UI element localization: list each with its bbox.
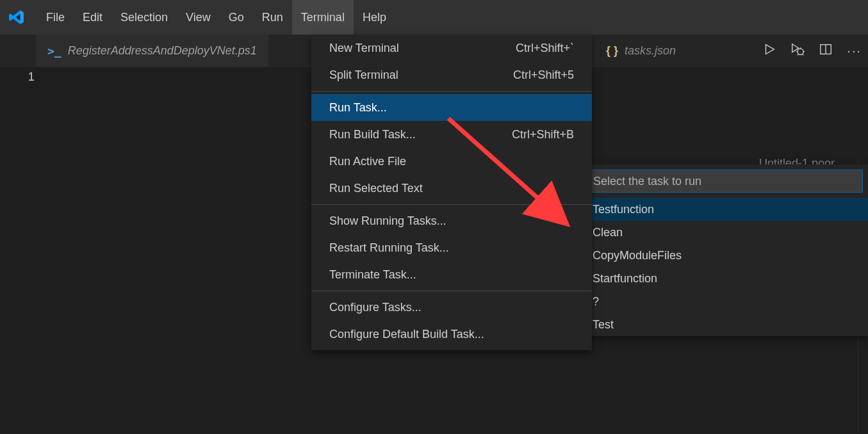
menu-bar: File Edit Selection View Go Run Terminal… — [0, 0, 868, 35]
vscode-logo-icon — [8, 8, 26, 26]
menu-separator — [311, 204, 592, 205]
menu-run-selected-text[interactable]: Run Selected Text — [311, 175, 592, 202]
tab-label: RegisterAddressAndDeployVNet.ps1 — [68, 44, 257, 58]
powershell-icon: >_ — [47, 44, 61, 58]
quickpick-item-clean[interactable]: Clean — [581, 221, 868, 244]
split-editor-icon[interactable] — [819, 42, 833, 60]
run-icon[interactable] — [762, 42, 776, 60]
line-number: 1 — [0, 67, 51, 84]
menu-help[interactable]: Help — [354, 0, 395, 35]
quickpick-input[interactable]: Select the task to run — [586, 170, 863, 193]
quickpick-placeholder: Select the task to run — [593, 175, 701, 188]
menu-configure-tasks[interactable]: Configure Tasks... — [311, 294, 592, 321]
quickpick-item-test[interactable]: Test — [581, 313, 868, 336]
terminal-menu-dropdown: New Terminal Ctrl+Shift+` Split Terminal… — [311, 35, 592, 350]
quickpick-item-startfunction[interactable]: Startfunction — [581, 267, 868, 290]
editor-actions: ··· — [762, 35, 862, 67]
menu-terminal[interactable]: Terminal — [292, 0, 354, 35]
menu-restart-running-task[interactable]: Restart Running Task... — [311, 234, 592, 261]
quickpick-item-question[interactable]: ? — [581, 290, 868, 313]
menu-file[interactable]: File — [37, 0, 74, 35]
menu-run-active-file[interactable]: Run Active File — [311, 148, 592, 175]
menu-separator — [311, 91, 592, 92]
menu-separator — [311, 291, 592, 291]
menu-selection[interactable]: Selection — [111, 0, 177, 35]
menu-edit[interactable]: Edit — [74, 0, 111, 35]
tab-label: tasks.json — [625, 44, 676, 58]
tab-register-ps1[interactable]: >_ RegisterAddressAndDeployVNet.ps1 — [36, 35, 268, 67]
quickpick-item-copymodulefiles[interactable]: CopyModuleFiles — [581, 244, 868, 267]
menu-new-terminal[interactable]: New Terminal Ctrl+Shift+` — [311, 35, 592, 61]
json-icon: { } — [606, 44, 618, 58]
menu-view[interactable]: View — [177, 0, 220, 35]
more-actions-icon[interactable]: ··· — [847, 44, 862, 58]
menu-configure-default-build-task[interactable]: Configure Default Build Task... — [311, 321, 592, 348]
tab-tasks-json[interactable]: { } tasks.json — [594, 35, 687, 67]
menu-show-running-tasks[interactable]: Show Running Tasks... — [311, 207, 592, 234]
menu-terminate-task[interactable]: Terminate Task... — [311, 261, 592, 288]
menu-run-build-task[interactable]: Run Build Task... Ctrl+Shift+B — [311, 121, 592, 148]
menu-run-task[interactable]: Run Task... — [311, 94, 592, 121]
run-debug-icon[interactable] — [790, 42, 805, 60]
task-quickpick: Select the task to run Testfunction Clea… — [581, 165, 868, 336]
menu-split-terminal[interactable]: Split Terminal Ctrl+Shift+5 — [311, 61, 592, 88]
menu-go[interactable]: Go — [220, 0, 253, 35]
quickpick-item-testfunction[interactable]: Testfunction — [581, 198, 868, 221]
menu-run[interactable]: Run — [253, 0, 292, 35]
